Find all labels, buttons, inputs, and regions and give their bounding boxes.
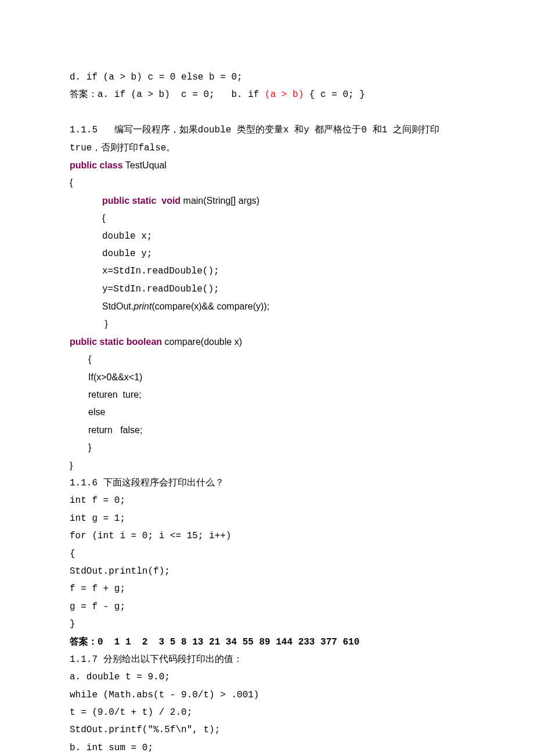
- text-segment: print: [134, 301, 151, 311]
- text-line: StdOut.print(compare(x)&& compare(y));: [70, 298, 464, 315]
- text-segment: {: [70, 549, 75, 559]
- text-line: x=StdIn.readDouble();: [70, 262, 464, 280]
- text-line: y=StdIn.readDouble();: [70, 280, 464, 298]
- text-segment: returen ture;: [88, 390, 142, 399]
- text-segment: { c = 0; }: [304, 89, 365, 100]
- text-segment: {: [70, 178, 73, 188]
- text-line: [70, 104, 464, 121]
- text-segment: 答案：a. if (a > b) c = 0; b. if: [70, 89, 265, 100]
- text-segment: 答案：0 1 1 2 3 5 8 13 21 34 55 89 144 233 …: [70, 637, 359, 647]
- text-segment: y=StdIn.readDouble();: [102, 284, 219, 294]
- text-segment: return false;: [88, 425, 142, 435]
- text-segment: double x;: [102, 231, 152, 242]
- text-line: b. int sum = 0;: [70, 739, 464, 756]
- text-segment: 1.1.5 编写一段程序，如果double 类型的变量x 和y 都严格位于0 和…: [70, 125, 439, 153]
- text-segment: int f = 0;: [70, 495, 125, 506]
- text-segment: }: [102, 319, 108, 329]
- text-segment: StdOut.: [102, 301, 134, 311]
- text-line: double x;: [70, 228, 464, 245]
- text-line: int f = 0;: [70, 492, 464, 509]
- text-segment: int g = 1;: [70, 513, 125, 524]
- text-line: double y;: [70, 245, 464, 262]
- text-line: }: [70, 439, 464, 456]
- text-segment: double y;: [102, 249, 152, 259]
- text-segment: TestUqual: [123, 160, 167, 170]
- text-segment: public static void: [102, 196, 181, 206]
- text-line: returen ture;: [70, 386, 464, 404]
- text-line: 答案：0 1 1 2 3 5 8 13 21 34 55 89 144 233 …: [70, 633, 464, 651]
- text-line: for (int i = 0; i <= 15; i++): [70, 527, 464, 545]
- text-line: }: [70, 315, 464, 333]
- text-line: 答案：a. if (a > b) c = 0; b. if (a > b) { …: [70, 86, 464, 103]
- text-segment: else: [88, 407, 105, 417]
- text-line: d. if (a > b) c = 0 else b = 0;: [70, 69, 464, 86]
- text-segment: 1.1.6 下面这段程序会打印出什么？: [70, 478, 224, 488]
- text-segment: public class: [70, 160, 123, 170]
- text-segment: }: [70, 460, 73, 470]
- text-line: while (Math.abs(t - 9.0/t) > .001): [70, 686, 464, 704]
- text-line: {: [70, 174, 464, 192]
- text-segment: If(x>0&&x<1): [88, 372, 142, 382]
- text-line: return false;: [70, 422, 464, 439]
- text-line: }: [70, 457, 464, 474]
- text-segment: g = f - g;: [70, 602, 125, 612]
- text-segment: t = (9.0/t + t) / 2.0;: [70, 707, 192, 718]
- text-segment: while (Math.abs(t - 9.0/t) > .001): [70, 690, 259, 700]
- text-line: else: [70, 404, 464, 421]
- text-line: StdOut.printf("%.5f\n", t);: [70, 721, 464, 739]
- text-segment: a. double t = 9.0;: [70, 672, 170, 682]
- text-segment: }: [70, 619, 75, 629]
- text-segment: }: [88, 442, 91, 452]
- text-segment: {: [88, 354, 91, 364]
- text-line: 1.1.6 下面这段程序会打印出什么？: [70, 474, 464, 492]
- text-line: public static boolean compare(double x): [70, 333, 464, 351]
- text-line: {: [70, 351, 464, 368]
- text-segment: b. int sum = 0;: [70, 743, 153, 753]
- text-segment: f = f + g;: [70, 584, 125, 594]
- text-line: StdOut.println(f);: [70, 563, 464, 580]
- text-segment: for (int i = 0; i <= 15; i++): [70, 531, 231, 541]
- text-segment: (a > b): [265, 89, 304, 100]
- text-line: {: [70, 545, 464, 563]
- text-segment: main(String[] args): [181, 196, 259, 206]
- text-segment: 1.1.7 分别给出以下代码段打印出的值：: [70, 654, 243, 665]
- text-line: }: [70, 615, 464, 633]
- text-line: t = (9.0/t + t) / 2.0;: [70, 704, 464, 721]
- text-line: 1.1.7 分别给出以下代码段打印出的值：: [70, 651, 464, 668]
- text-segment: StdOut.printf("%.5f\n", t);: [70, 725, 220, 735]
- document-page: d. if (a > b) c = 0 else b = 0;答案：a. if …: [0, 0, 534, 756]
- text-segment: (compare(x)&& compare(y));: [151, 301, 269, 311]
- text-line: g = f - g;: [70, 598, 464, 615]
- text-line: 1.1.5 编写一段程序，如果double 类型的变量x 和y 都严格位于0 和…: [70, 121, 464, 157]
- text-line: If(x>0&&x<1): [70, 369, 464, 386]
- text-line: public static void main(String[] args): [70, 192, 464, 210]
- text-line: int g = 1;: [70, 510, 464, 527]
- text-segment: StdOut.println(f);: [70, 566, 170, 577]
- text-segment: {: [102, 213, 105, 223]
- text-line: a. double t = 9.0;: [70, 668, 464, 686]
- text-line: public class TestUqual: [70, 157, 464, 174]
- text-segment: public static boolean: [70, 337, 162, 347]
- text-segment: d. if (a > b) c = 0 else b = 0;: [70, 72, 243, 82]
- text-segment: compare(double x): [162, 337, 242, 347]
- text-line: f = f + g;: [70, 580, 464, 597]
- text-segment: [70, 107, 72, 117]
- text-segment: x=StdIn.readDouble();: [102, 266, 219, 276]
- text-line: {: [70, 210, 464, 227]
